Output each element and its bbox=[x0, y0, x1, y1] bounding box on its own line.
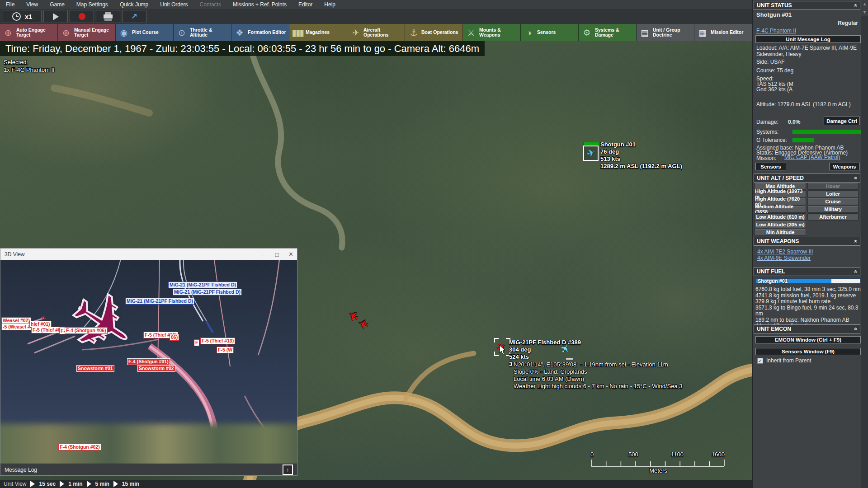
interval-15min[interactable]: 15 min bbox=[122, 481, 139, 487]
alt-low-610-button[interactable]: Low Altitude (610 m) bbox=[755, 213, 806, 221]
speed-afterburner-button[interactable]: Afterburner bbox=[807, 213, 859, 221]
step-arrow-icon[interactable] bbox=[113, 481, 118, 487]
interval-5min[interactable]: 5 min bbox=[95, 481, 109, 487]
sensors-button[interactable]: ◑ Sensors bbox=[521, 24, 579, 41]
unit-group-doctrine-button[interactable]: ▤ Unit / Group Doctrine bbox=[637, 24, 694, 41]
button-label: Boat Operations bbox=[421, 30, 458, 35]
collapse-chevron-icon[interactable]: » bbox=[853, 4, 859, 7]
3d-terrain bbox=[0, 424, 297, 464]
alt-medium-button[interactable]: Medium Altitude (3658 bbox=[755, 206, 806, 213]
unit-status-header[interactable]: UNIT STATUS » bbox=[754, 1, 860, 10]
menu-unit-orders[interactable]: Unit Orders bbox=[154, 1, 193, 8]
collapse-chevron-icon[interactable]: » bbox=[853, 240, 859, 243]
scroll-down-button[interactable]: ▼ bbox=[861, 8, 868, 16]
speed-military-button[interactable]: Military bbox=[807, 206, 859, 213]
section-title: UNIT EMCON bbox=[757, 326, 791, 332]
scale-tick-label: 1100 bbox=[671, 451, 684, 458]
menu-game[interactable]: Game bbox=[44, 1, 71, 8]
inherit-parent-checkbox[interactable]: ✓ bbox=[757, 358, 763, 364]
3d-label-friendly: F-5 (W bbox=[217, 347, 234, 353]
magazines-button[interactable]: ▮▮▮ Magazines bbox=[289, 24, 347, 41]
unit-weapons-header[interactable]: UNIT WEAPONS » bbox=[754, 237, 860, 246]
weapons-panel-button[interactable]: Weapons bbox=[829, 163, 860, 170]
scroll-up-button[interactable]: ▲ bbox=[861, 0, 868, 8]
print-button[interactable] bbox=[96, 10, 120, 23]
jump-button[interactable]: ↗ bbox=[122, 10, 146, 23]
alt-low-305-button[interactable]: Low Altitude (305 m) bbox=[755, 221, 806, 228]
simulation-time-bar: Time: Friday, December 1, 1967 - Zulu: 2… bbox=[0, 41, 485, 56]
menu-view[interactable]: View bbox=[20, 1, 44, 8]
play-button[interactable] bbox=[43, 10, 68, 23]
scale-tick-label: 1600 bbox=[712, 451, 725, 458]
throttle-altitude-button[interactable]: ⊙ Throttle & Altitude bbox=[174, 24, 231, 41]
collapse-chevron-icon[interactable]: » bbox=[853, 177, 859, 180]
3d-label-mig21: MiG-21 (MiG-21PF Fishbed D) bbox=[173, 289, 242, 296]
emcon-window-button[interactable]: EMCON Window (Ctrl + F9) bbox=[755, 336, 861, 343]
boat-anchor-icon: ⚓ bbox=[406, 28, 420, 37]
interval-15sec[interactable]: 15 sec bbox=[39, 481, 56, 487]
collapse-chevron-icon[interactable]: » bbox=[853, 328, 859, 331]
button-label: Plot Course bbox=[132, 30, 159, 35]
formation-editor-button[interactable]: ❖ Formation Editor bbox=[231, 24, 289, 41]
own-unit-name: Shotgun #01 bbox=[600, 141, 682, 148]
collapse-chevron-icon[interactable]: » bbox=[853, 270, 859, 273]
unit-status-sidebar: ▲ ▼ UNIT STATUS » Shotgun #01 Regular F-… bbox=[752, 0, 868, 488]
mission-link[interactable]: MIG CAP (AAW Patrol) bbox=[784, 154, 840, 160]
record-button[interactable] bbox=[70, 10, 94, 23]
check-icon: ✓ bbox=[758, 358, 762, 363]
altitude-text: Altitude: 1279.0 m ASL (1182.0 m AGL) bbox=[756, 101, 851, 108]
button-label: Auto Engage Target bbox=[16, 28, 56, 38]
interval-1min[interactable]: 1 min bbox=[68, 481, 82, 487]
sidebar-scrollbar[interactable]: ▲ ▼ bbox=[861, 0, 868, 488]
maximize-icon[interactable]: □ bbox=[275, 251, 279, 258]
unit-alt-speed-header[interactable]: UNIT ALT / SPEED » bbox=[754, 174, 860, 183]
view-mode-label: Unit View bbox=[4, 481, 26, 487]
loadout-text: Loadout: A/A: AIM-7E Sparrow III, AIM-9E… bbox=[756, 45, 859, 57]
side-text: Side: USAF bbox=[756, 59, 785, 65]
time-compression-button[interactable]: x1 bbox=[3, 10, 42, 23]
minimize-icon[interactable]: – bbox=[262, 251, 265, 258]
unit-type-link[interactable]: F-4C Phantom II bbox=[756, 28, 796, 34]
speed-cruise-button[interactable]: Cruise bbox=[807, 198, 859, 205]
fuel-mission: 4741.8 kg mission fuel, 2019.1 kg reserv… bbox=[755, 293, 861, 299]
auto-engage-target-button[interactable]: ⊕ Auto Engage Target bbox=[0, 24, 58, 41]
mission-editor-button[interactable]: ▦ Mission Editor bbox=[694, 24, 752, 41]
mounts-weapons-button[interactable]: ⚔ Mounts & Weapons bbox=[463, 24, 521, 41]
contact-speed: 524 kts bbox=[509, 353, 581, 361]
menu-contacts: Contacts bbox=[194, 1, 227, 8]
3d-view-titlebar[interactable]: 3D View – □ × bbox=[0, 249, 297, 260]
step-arrow-icon[interactable] bbox=[30, 481, 35, 487]
sensors-panel-button[interactable]: Sensors bbox=[755, 163, 786, 170]
sensors-window-button[interactable]: Sensors Window (F9) bbox=[755, 348, 861, 355]
alt-min-button[interactable]: Min Altitude bbox=[755, 229, 806, 236]
unit-emcon-header[interactable]: UNIT EMCON » bbox=[754, 324, 860, 333]
menu-missions-ref-points[interactable]: Missions + Ref. Points bbox=[227, 1, 292, 8]
aircraft-operations-button[interactable]: ✈ Aircraft Operations bbox=[347, 24, 405, 41]
unit-fuel-header[interactable]: UNIT FUEL » bbox=[754, 267, 860, 276]
unit-message-log-button[interactable]: Unit Message Log bbox=[755, 35, 861, 43]
expand-message-log-button[interactable]: ↑ bbox=[283, 465, 293, 475]
course-text: Course: 75 deg bbox=[756, 67, 793, 74]
tooltip-localtime: Local time 6:03 AM (Dawn) bbox=[514, 375, 682, 383]
unit-name: Shotgun #01 bbox=[756, 11, 792, 18]
own-unit-icon[interactable]: ✈ bbox=[583, 145, 599, 161]
fuel-bingo: 3571.3 kg to Bingo fuel, 9 min 24 sec, 8… bbox=[755, 305, 861, 317]
menu-editor[interactable]: Editor bbox=[292, 1, 318, 8]
scale-tick-label: 0 bbox=[590, 451, 594, 458]
damage-ctrl-button[interactable]: Damage Ctrl bbox=[824, 117, 860, 125]
menu-quick-jump[interactable]: Quick Jump bbox=[114, 1, 154, 8]
step-arrow-icon[interactable] bbox=[87, 481, 91, 487]
speed-loiter-button[interactable]: Loiter bbox=[807, 190, 859, 197]
boat-operations-button[interactable]: ⚓ Boat Operations bbox=[405, 24, 463, 41]
menu-file[interactable]: File bbox=[0, 1, 20, 8]
close-icon[interactable]: × bbox=[289, 250, 293, 258]
plot-course-button[interactable]: ◉ Plot Course bbox=[116, 24, 174, 41]
menu-help[interactable]: Help bbox=[318, 1, 341, 8]
manual-engage-target-button[interactable]: ⊕ Manual Engage Target bbox=[58, 24, 116, 41]
fuel-gauge-label: Shotgun #01 bbox=[758, 278, 788, 284]
menu-map-settings[interactable]: Map Settings bbox=[71, 1, 114, 8]
step-arrow-icon[interactable] bbox=[60, 481, 64, 487]
weapon-sidewinder-link[interactable]: 4x AIM-9E Sidewinder bbox=[757, 255, 811, 261]
weapon-sparrow-link[interactable]: 4x AIM-7E2 Sparrow III bbox=[757, 249, 813, 255]
systems-damage-button[interactable]: ⚙ Systems & Damage bbox=[579, 24, 637, 41]
